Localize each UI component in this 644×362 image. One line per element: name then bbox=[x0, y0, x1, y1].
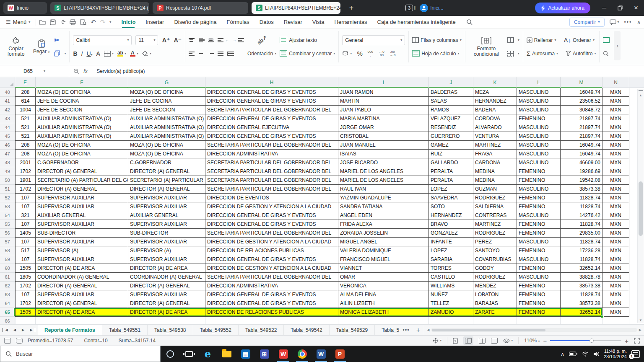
cell[interactable]: GUZMAN bbox=[473, 185, 517, 194]
cell[interactable] bbox=[15, 317, 36, 324]
cell[interactable]: HERNANDEZ bbox=[429, 211, 473, 220]
open-file-icon[interactable] bbox=[39, 19, 46, 25]
cell[interactable] bbox=[205, 317, 338, 324]
cell[interactable]: DIRECCION GENERAL DE GIRAS Y EVENTOS bbox=[205, 211, 338, 220]
column-header-G[interactable]: G bbox=[128, 77, 205, 88]
cell[interactable]: MXN bbox=[602, 238, 629, 246]
cell[interactable]: 11828.74 bbox=[561, 220, 602, 229]
cell[interactable]: FEMENINO bbox=[517, 176, 561, 185]
battery-icon[interactable] bbox=[569, 352, 577, 356]
cell[interactable]: VALERIA DOMINIQUE bbox=[338, 246, 429, 255]
cell[interactable]: DIRECCION DE GESTION Y ATENCION A LA CIU… bbox=[205, 238, 338, 246]
cell[interactable]: YAZMIN GUADALUPE bbox=[338, 194, 429, 202]
cell[interactable]: DIRECCION DE RELACIONES PUBLICAS bbox=[205, 308, 338, 317]
cell[interactable]: MARIA MARTINA bbox=[338, 114, 429, 123]
cell[interactable] bbox=[36, 317, 128, 324]
row-header-43[interactable]: 43 bbox=[0, 114, 15, 123]
cell[interactable]: VELAZQUEZ bbox=[429, 114, 473, 123]
powerpoint-button[interactable]: P bbox=[330, 346, 349, 362]
collapse-ribbon-button[interactable]: ∧ bbox=[637, 19, 641, 25]
italic-button[interactable]: I bbox=[81, 50, 83, 57]
cell[interactable]: FEMENINO bbox=[517, 290, 561, 299]
cell[interactable]: HERNANDEZ bbox=[473, 97, 517, 106]
cell[interactable]: SUPERVISOR AUXILIAR bbox=[128, 255, 205, 264]
cell[interactable]: 1004 bbox=[15, 106, 36, 114]
cell[interactable]: MXN bbox=[602, 158, 629, 167]
chrome-button[interactable] bbox=[293, 346, 312, 362]
cell[interactable]: SECRETARIA PARTICULAR DEL GOBERNADOR DEL bbox=[205, 167, 338, 176]
cell[interactable] bbox=[517, 317, 561, 324]
cell[interactable] bbox=[473, 317, 517, 324]
cell[interactable]: AILIN LIZBETH bbox=[338, 299, 429, 308]
cell[interactable]: SARABIA bbox=[429, 255, 473, 264]
cell[interactable]: COVARRUBIAS bbox=[473, 255, 517, 264]
cell[interactable]: FEMENINO bbox=[517, 114, 561, 123]
font-color-button[interactable]: A▾ bbox=[130, 51, 138, 57]
cell[interactable]: LOBATON bbox=[473, 290, 517, 299]
row-header-45[interactable]: 45 bbox=[0, 132, 15, 141]
zoom-formula-icon[interactable] bbox=[73, 68, 79, 74]
last-sheet-button[interactable]: ▶ bbox=[28, 328, 35, 332]
cortana-button[interactable] bbox=[161, 346, 179, 362]
cell[interactable]: MASCULINO bbox=[517, 123, 561, 132]
maximize-button[interactable] bbox=[612, 0, 628, 16]
row-header-62[interactable]: 62 bbox=[0, 282, 15, 290]
cell[interactable]: ISAIAS bbox=[338, 150, 429, 158]
wifi-icon[interactable] bbox=[582, 352, 589, 357]
cell[interactable]: SUPERVISOR AUXILIAR bbox=[36, 202, 128, 211]
borders-button[interactable]: ▾ bbox=[104, 51, 114, 57]
cell[interactable]: MXN bbox=[602, 194, 629, 202]
taskbar-search-box[interactable]: Buscar bbox=[0, 346, 161, 362]
find-icon[interactable] bbox=[603, 51, 609, 57]
cell[interactable]: JOSE RICARDO bbox=[338, 158, 429, 167]
cell[interactable]: MOZA (O) DE OFICINA bbox=[128, 141, 205, 150]
mobile-view-icon[interactable] bbox=[453, 338, 458, 344]
cell[interactable]: SECRETARIO (A) PARTICULAR bbox=[128, 176, 205, 185]
cell[interactable]: ALMA DELFINA bbox=[338, 290, 429, 299]
cell[interactable]: MEDINA bbox=[473, 167, 517, 176]
cell[interactable]: 11828.74 bbox=[561, 238, 602, 246]
row-header-57[interactable]: 57 bbox=[0, 238, 15, 246]
pan-mode-button[interactable]: ▾ bbox=[433, 338, 441, 344]
cell[interactable]: SECRETARIA PARTICULAR DEL GOBERNADOR DEL bbox=[205, 141, 338, 150]
percent-button[interactable]: % bbox=[357, 50, 362, 57]
cell[interactable]: SANDRA TATIANA bbox=[338, 202, 429, 211]
cell[interactable]: MXN bbox=[602, 88, 629, 97]
column-header-I[interactable]: I bbox=[338, 77, 429, 88]
cell[interactable]: RESENDIZ bbox=[429, 123, 473, 132]
update-now-button[interactable]: Actualizar ahora bbox=[535, 3, 590, 13]
cell[interactable]: DIRECCION ADMINISTRATIVA bbox=[205, 282, 338, 290]
cell[interactable]: 521 bbox=[15, 114, 36, 123]
prev-sheet-button[interactable]: ◀ bbox=[11, 328, 18, 332]
cell[interactable]: 1702 bbox=[15, 282, 36, 290]
cell[interactable]: ZORAIDA JOSSELIN bbox=[338, 229, 429, 238]
cell[interactable]: SUPERVISOR AUXILIAR bbox=[128, 290, 205, 299]
cell[interactable]: 38828.78 bbox=[561, 273, 602, 282]
page-layout-view-button[interactable] bbox=[491, 338, 498, 344]
cell[interactable]: 2001 bbox=[15, 158, 36, 167]
scroll-right-arrow[interactable]: ▶ bbox=[639, 328, 641, 332]
cell[interactable] bbox=[429, 317, 473, 324]
menu-tab-herramientas[interactable]: Herramientas bbox=[330, 16, 371, 28]
cell[interactable]: JEFE DE SECCION bbox=[36, 106, 128, 114]
horizontal-scrollbar[interactable]: ◀ ▶ bbox=[424, 325, 644, 335]
cell[interactable]: SOTO bbox=[429, 202, 473, 211]
sheet-tab-tabla-5[interactable]: Tabla_5 bbox=[375, 325, 399, 335]
cell[interactable]: MARTINEZ bbox=[473, 220, 517, 229]
cell[interactable]: 1805 bbox=[15, 273, 36, 282]
cell[interactable]: ZAMUDIO bbox=[429, 308, 473, 317]
row-header-63[interactable]: 63 bbox=[0, 290, 15, 299]
row-header-65[interactable]: 65 bbox=[0, 308, 15, 317]
cell[interactable]: MXN bbox=[602, 211, 629, 220]
cell[interactable]: MONICA ELIZABETH bbox=[338, 308, 429, 317]
cell[interactable]: DIRECCION DE GESTION Y ATENCION A LA CIU… bbox=[205, 264, 338, 273]
cell[interactable]: DIRECTOR (A) DE AREA bbox=[36, 308, 128, 317]
cell[interactable]: TORRES bbox=[429, 264, 473, 273]
cell[interactable]: BADENA bbox=[473, 106, 517, 114]
print-preview-icon[interactable] bbox=[80, 19, 86, 25]
row-header-59[interactable]: 59 bbox=[0, 255, 15, 264]
cell[interactable]: AUXILIAR ADMINISTRATIVA (O) bbox=[128, 132, 205, 141]
strikethrough-button[interactable]: A bbox=[96, 50, 100, 57]
cell[interactable]: JEFE DE COCINA bbox=[36, 97, 128, 106]
select-all-corner[interactable] bbox=[0, 77, 15, 88]
